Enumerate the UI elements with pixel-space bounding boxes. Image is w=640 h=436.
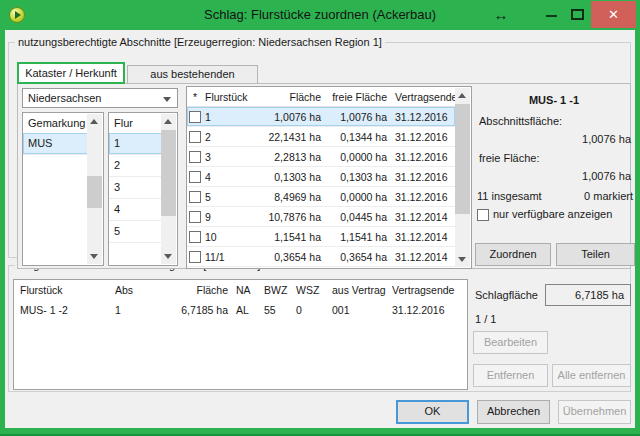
table-header-row: Flurstück Abs Fläche NA BWZ WSZ aus Vert…: [14, 280, 467, 300]
page-indicator: 1 / 1: [475, 313, 496, 325]
ok-button[interactable]: OK: [396, 400, 469, 424]
col-header-vertragsende[interactable]: Vertragsende: [386, 284, 467, 296]
col-header-flurstueck[interactable]: Flurstück: [203, 91, 253, 103]
schlagflaeche-value: 6,7185 ha: [545, 284, 631, 306]
scroll-thumb[interactable]: [161, 130, 176, 216]
only-available-checkbox-row[interactable]: nur verfügbare anzeigen: [477, 208, 637, 221]
close-button[interactable]: ✕: [591, 1, 636, 28]
maximize-icon[interactable]: [571, 9, 584, 20]
entfernen-button[interactable]: Entfernen: [473, 364, 548, 387]
scroll-down-icon[interactable]: [161, 249, 176, 264]
row-checkbox[interactable]: [189, 131, 201, 143]
col-header-wsz[interactable]: WSZ: [290, 284, 326, 296]
group-nutzungsberechtigte-abschnitte: nutzungsberechtigte Abschnitte [Erzeuger…: [8, 42, 631, 258]
freie-flaeche-label: freie Fläche:: [479, 152, 540, 164]
row-checkbox[interactable]: [189, 191, 201, 203]
selected-abschnitt-title: MUS- 1 -1: [475, 94, 633, 106]
assigned-table: Flurstück Abs Fläche NA BWZ WSZ aus Vert…: [13, 279, 468, 390]
flurstueck-table: * Flurstück Fläche freie Fläche Vertrags…: [186, 86, 472, 269]
table-row[interactable]: 3 2,2813 ha 0,0000 ha 31.12.2016: [187, 147, 455, 167]
list-item-flur[interactable]: 2: [109, 155, 162, 177]
table-row[interactable]: 9 10,7876 ha 0,0445 ha 31.12.2014: [187, 207, 455, 227]
gemarkung-list: Gemarkung MUS: [22, 112, 104, 266]
col-header-bwz[interactable]: BWZ: [258, 284, 290, 296]
scroll-thumb[interactable]: [455, 104, 470, 214]
col-header-star[interactable]: *: [187, 91, 203, 103]
flur-list: Flur 1 2 3 4 5: [108, 112, 178, 266]
tab-kataster-herkunft[interactable]: Kataster / Herkunft: [17, 62, 125, 84]
table-row[interactable]: MUS- 1 -2 1 6,7185 ha AL 55 0 001 31.12.…: [14, 300, 467, 320]
alle-entfernen-button[interactable]: Alle entfernen: [552, 364, 631, 387]
col-header-freie-flaeche[interactable]: freie Fläche: [321, 91, 387, 103]
table-row[interactable]: 5 8,4969 ha 0,0000 ha 31.12.2016: [187, 187, 455, 207]
table-header-row: * Flurstück Fläche freie Fläche Vertrags…: [187, 87, 455, 107]
region-select[interactable]: Niedersachsen: [22, 88, 178, 108]
scroll-up-icon[interactable]: [87, 114, 102, 129]
only-available-label: nur verfügbare anzeigen: [493, 208, 612, 220]
flur-scrollbar: [161, 114, 176, 264]
tab-aus-bestehenden-schlaegen[interactable]: aus bestehenden Schlägen: [127, 65, 258, 84]
dialog-window: Schlag: Flurstücke zuordnen (Ackerbau) ↔…: [0, 0, 640, 436]
row-checkbox[interactable]: [189, 231, 201, 243]
table-row[interactable]: 10 1,1541 ha 1,1541 ha 31.12.2014: [187, 227, 455, 247]
row-checkbox[interactable]: [189, 151, 201, 163]
region-select-value: Niedersachsen: [28, 92, 101, 104]
col-header-flurstueck[interactable]: Flurstück: [14, 284, 109, 296]
group-vergebene-abschnitte: vergebene Abschnitte im Schlag 1 - 0 [Wa…: [8, 265, 631, 392]
col-header-abs[interactable]: Abs: [109, 284, 164, 296]
uebernehmen-button[interactable]: Übernehmen: [558, 400, 631, 424]
client-area: nutzungsberechtigte Abschnitte [Erzeuger…: [5, 30, 635, 428]
zuordnen-button[interactable]: Zuordnen: [475, 243, 551, 266]
count-row: 11 insgesamt 0 markiert: [477, 190, 633, 202]
list-item-flur[interactable]: 4: [109, 199, 162, 221]
col-header-flaeche[interactable]: Fläche: [253, 91, 321, 103]
col-header-na[interactable]: NA: [230, 284, 258, 296]
row-checkbox[interactable]: [189, 171, 201, 183]
list-item-gemarkung[interactable]: MUS: [23, 133, 88, 155]
group-label: nutzungsberechtigte Abschnitte [Erzeuger…: [15, 36, 385, 48]
table-row[interactable]: 1 1,0076 ha 1,0076 ha 31.12.2016: [187, 107, 455, 127]
abschnittsflaeche-label: Abschnittsfläche:: [479, 115, 562, 127]
col-header-aus-vertrag[interactable]: aus Vertrag: [326, 284, 386, 296]
abschnittsflaeche-value: 1,0076 ha: [475, 133, 631, 145]
scroll-down-icon[interactable]: [87, 249, 102, 264]
scroll-thumb[interactable]: [87, 176, 102, 208]
list-item-flur[interactable]: 1: [109, 133, 162, 155]
scroll-down-icon[interactable]: [455, 252, 470, 267]
row-checkbox[interactable]: [189, 251, 201, 263]
only-available-checkbox[interactable]: [477, 209, 489, 221]
list-item-flur[interactable]: 5: [109, 221, 162, 243]
gemarkung-scrollbar: [87, 114, 102, 264]
table-row[interactable]: 2 22,1431 ha 0,1344 ha 31.12.2016: [187, 127, 455, 147]
chevron-down-icon: [163, 97, 171, 102]
titlebar[interactable]: Schlag: Flurstücke zuordnen (Ackerbau) ↔…: [0, 0, 640, 30]
row-checkbox[interactable]: [189, 111, 201, 123]
minimize-icon[interactable]: [546, 15, 557, 17]
table-scrollbar: [455, 88, 470, 267]
tab-panel: Niedersachsen Gemarkung MUS Flur: [17, 83, 631, 269]
resize-horizontal-icon[interactable]: ↔: [488, 0, 514, 30]
scroll-up-icon[interactable]: [161, 114, 176, 129]
table-row[interactable]: 4 0,1303 ha 0,1303 ha 31.12.2016: [187, 167, 455, 187]
list-item-flur[interactable]: 3: [109, 177, 162, 199]
abbrechen-button[interactable]: Abbrechen: [477, 400, 550, 424]
total-count: 11 insgesamt: [477, 190, 542, 202]
col-header-flaeche[interactable]: Fläche: [164, 284, 230, 296]
bearbeiten-button[interactable]: Bearbeiten: [473, 331, 548, 354]
table-row[interactable]: 11/1 0,3654 ha 0,3654 ha 31.12.2014: [187, 247, 455, 267]
scroll-up-icon[interactable]: [455, 88, 470, 103]
row-checkbox[interactable]: [189, 211, 201, 223]
window-title: Schlag: Flurstücke zuordnen (Ackerbau): [0, 0, 640, 30]
teilen-button[interactable]: Teilen: [556, 243, 635, 266]
marked-count: 0 markiert: [584, 190, 633, 202]
freie-flaeche-value: 1,0076 ha: [475, 170, 631, 182]
col-header-vertragsende[interactable]: Vertragsende: [387, 91, 457, 103]
schlagflaeche-label: Schlagfläche: [475, 289, 538, 301]
